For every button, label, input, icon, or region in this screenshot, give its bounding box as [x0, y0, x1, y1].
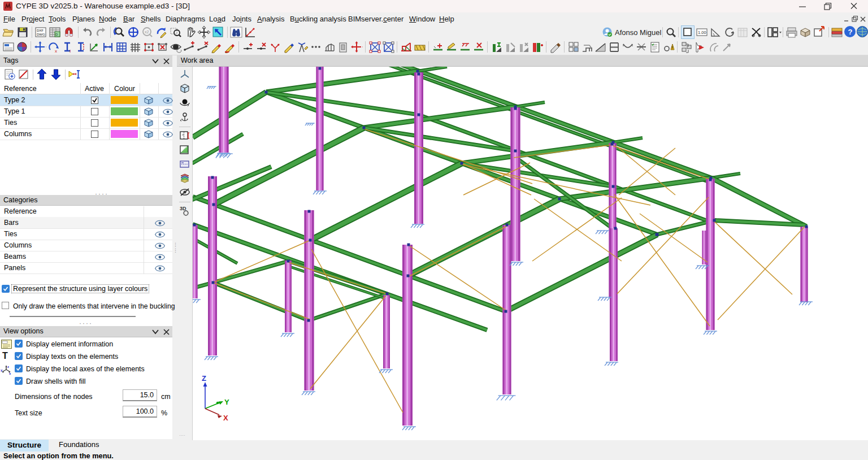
svg-text:DWG: DWG	[37, 33, 45, 36]
svg-text:1.00: 1.00	[698, 30, 706, 35]
svg-text:?: ?	[848, 28, 853, 36]
svg-text:z: z	[7, 365, 9, 368]
svg-text:I: I	[70, 49, 71, 53]
svg-text:X: X	[223, 414, 228, 422]
svg-text:!: !	[672, 46, 673, 50]
svg-text:x: x	[55, 49, 57, 53]
svg-text:x2: x2	[145, 30, 149, 34]
svg-text:D: D	[55, 33, 58, 36]
svg-text:Y: Y	[224, 398, 229, 406]
svg-text:DXF: DXF	[37, 29, 44, 32]
svg-text:Z: Z	[202, 374, 206, 383]
svg-text:x: x	[9, 372, 11, 375]
